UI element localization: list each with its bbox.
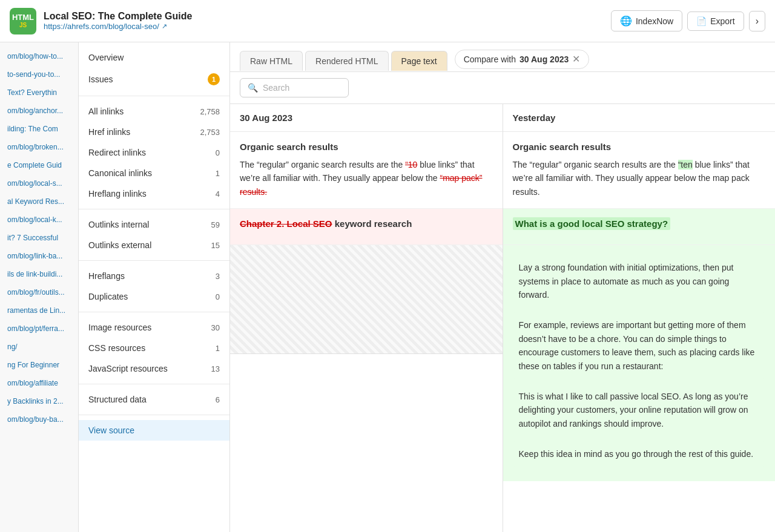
sidebar-image-resources-count: 30 (211, 323, 220, 332)
sidebar-item-href-inlinks[interactable]: Href inlinks 2,753 (79, 122, 229, 142)
left-bg-item[interactable]: Text? Everythin (0, 84, 78, 102)
tab-page-text-label: Page text (401, 56, 437, 66)
sidebar-item-css-resources[interactable]: CSS resources 1 (79, 338, 229, 358)
left-chapter-title: Chapter 2. Local SEO keyword research (240, 218, 493, 229)
logo-top-text: HTML (12, 13, 34, 22)
sidebar-image-resources-label: Image resources (88, 323, 211, 332)
sidebar-duplicates-label: Duplicates (88, 292, 216, 301)
left-bg-item[interactable]: om/blog/link-ba... (0, 247, 78, 265)
right-pane: Yesterday Organic search results The “re… (503, 104, 776, 532)
search-input[interactable] (263, 83, 341, 93)
left-bg-item[interactable]: ramentas de Lin... (0, 301, 78, 320)
sidebar-item-all-inlinks[interactable]: All inlinks 2,758 (79, 101, 229, 122)
split-content: 30 Aug 2023 Organic search results The “… (230, 104, 775, 532)
sidebar-divider-6 (79, 415, 229, 415)
tab-rendered-html[interactable]: Rendered HTML (305, 51, 389, 71)
export-label: Export (710, 16, 734, 26)
tab-raw-html-label: Raw HTML (250, 56, 292, 66)
header-right: 🌐 IndexNow 📄 Export › (611, 10, 765, 31)
sidebar-structured-data-count: 6 (216, 395, 220, 404)
export-button[interactable]: 📄 Export (687, 11, 744, 31)
left-bg-item[interactable]: om/blog/affiliate (0, 374, 78, 392)
deleted-10: “10 (405, 160, 417, 169)
sidebar-href-inlinks-label: Href inlinks (88, 127, 200, 137)
left-bg-item[interactable]: om/blog/fr/outils... (0, 283, 78, 301)
left-bg-item[interactable]: om/blog/broken... (0, 138, 78, 156)
sidebar-item-redirect-inlinks[interactable]: Redirect inlinks 0 (79, 142, 229, 163)
left-bg-item[interactable]: om/blog/buy-ba... (0, 410, 78, 429)
left-section-organic: Organic search results The “regular” org… (230, 132, 503, 209)
left-bg-item[interactable]: om/blog/how-to... (0, 47, 78, 65)
left-bg-item[interactable]: ils de link-buildi... (0, 265, 78, 283)
tab-rendered-html-label: Rendered HTML (315, 56, 378, 66)
added-chapter-title: What is a good local SEO strategy? (513, 217, 671, 230)
left-pane: 30 Aug 2023 Organic search results The “… (230, 104, 503, 532)
sidebar-item-image-resources[interactable]: Image resources 30 (79, 317, 229, 338)
deleted-chapter-title: Chapter 2. Local SEO (240, 218, 332, 229)
sidebar-item-issues[interactable]: Issues 1 (79, 68, 229, 91)
right-chapter-title: What is a good local SEO strategy? (513, 218, 766, 229)
left-bg-item[interactable]: ng For Beginner (0, 356, 78, 374)
more-button[interactable]: › (749, 11, 765, 31)
sidebar-canonical-inlinks-count: 1 (216, 169, 220, 178)
right-para4: Keep this idea in mind as you go through… (519, 447, 760, 461)
sidebar-all-inlinks-count: 2,758 (200, 107, 220, 116)
sidebar-item-javascript-resources[interactable]: JavaScript resources 13 (79, 358, 229, 379)
sidebar-item-view-source[interactable]: View source (79, 420, 229, 441)
sidebar-outlinks-external-label: Outlinks external (88, 240, 211, 250)
search-input-wrap: 🔍 (240, 78, 349, 97)
left-pane-body: Organic search results The “regular” org… (230, 132, 503, 354)
left-bg-item[interactable]: om/blog/local-s... (0, 174, 78, 192)
left-bg-item[interactable]: al Keyword Res... (0, 192, 78, 211)
left-bg-item[interactable]: to-send-you-to... (0, 65, 78, 84)
sidebar-item-hreflang-inlinks[interactable]: Hreflang inlinks 4 (79, 183, 229, 204)
sidebar-item-duplicates[interactable]: Duplicates 0 (79, 286, 229, 307)
right-pane-date: Yesterday (513, 113, 556, 123)
right-para3-wrap: This is what I like to call passive loca… (513, 384, 766, 436)
sidebar-all-inlinks-label: All inlinks (88, 107, 200, 116)
right-section-paras: Lay a strong foundation with initial opt… (503, 245, 776, 481)
right-para4-wrap: Keep this idea in mind as you go through… (513, 441, 766, 467)
left-section-chapter: Chapter 2. Local SEO keyword research (230, 209, 503, 245)
sidebar-issues-label: Issues (88, 74, 208, 84)
sidebar-item-canonical-inlinks[interactable]: Canonical inlinks 1 (79, 163, 229, 183)
compare-button[interactable]: Compare with 30 Aug 2023 ✕ (455, 50, 590, 69)
left-background-panel: om/blog/how-to... to-send-you-to... Text… (0, 42, 79, 532)
sidebar-divider-5 (79, 384, 229, 384)
sidebar-href-inlinks-count: 2,753 (200, 128, 220, 137)
search-bar: 🔍 (230, 72, 775, 104)
left-bg-item[interactable]: om/blog/anchor... (0, 102, 78, 120)
sidebar-item-outlinks-internal[interactable]: Outlinks internal 59 (79, 214, 229, 235)
sidebar-item-hreflangs[interactable]: Hreflangs 3 (79, 266, 229, 286)
logo-bottom-text: JS (19, 22, 27, 28)
app-logo: HTML JS (10, 8, 36, 34)
sidebar-item-overview[interactable]: Overview (79, 47, 229, 68)
sidebar-item-outlinks-external[interactable]: Outlinks external 15 (79, 235, 229, 255)
header-title-group: Local SEO: The Complete Guide https://ah… (44, 11, 192, 31)
left-bg-item[interactable]: om/blog/pt/ferra... (0, 320, 78, 338)
sidebar-structured-data-label: Structured data (88, 395, 216, 404)
left-bg-item[interactable]: ng/ (0, 338, 78, 356)
left-bg-item[interactable]: y Backlinks in 2... (0, 392, 78, 410)
left-bg-item[interactable]: ilding: The Com (0, 120, 78, 138)
tab-raw-html[interactable]: Raw HTML (240, 51, 303, 71)
left-bg-item[interactable]: om/blog/local-k... (0, 211, 78, 229)
sidebar: Overview Issues 1 All inlinks 2,758 Href… (79, 42, 230, 532)
left-bg-item[interactable]: e Complete Guid (0, 156, 78, 174)
left-bg-item[interactable]: it? 7 Successful (0, 229, 78, 247)
compare-date: 30 Aug 2023 (519, 54, 569, 64)
sidebar-divider (79, 96, 229, 96)
indexnow-button[interactable]: 🌐 IndexNow (611, 10, 682, 31)
indexnow-label: IndexNow (636, 16, 673, 26)
url-link[interactable]: https://ahrefs.com/blog/local-seo/ (44, 22, 159, 31)
sidebar-item-structured-data[interactable]: Structured data 6 (79, 389, 229, 410)
compare-close-button[interactable]: ✕ (572, 54, 580, 64)
page-url: https://ahrefs.com/blog/local-seo/ ↗ (44, 22, 192, 31)
tab-page-text[interactable]: Page text (391, 51, 447, 71)
sidebar-javascript-resources-label: JavaScript resources (88, 364, 211, 373)
right-section-organic: Organic search results The “regular” org… (503, 132, 776, 209)
sidebar-overview-label: Overview (88, 53, 220, 62)
sidebar-hreflangs-label: Hreflangs (88, 271, 216, 281)
added-ten: “ten (678, 160, 693, 169)
header-left: HTML JS Local SEO: The Complete Guide ht… (10, 8, 192, 34)
